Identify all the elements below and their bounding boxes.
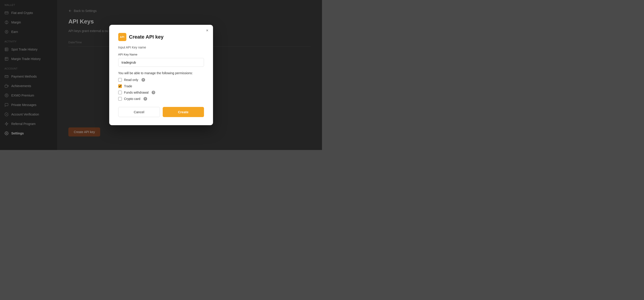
permissions-label: You will be able to manage the following… [118,71,204,75]
trade-label[interactable]: Trade [124,84,132,88]
modal-actions: Cancel Create [118,107,204,117]
modal-api-icon: API [118,33,126,41]
permission-read-only: Read only ? [118,78,204,82]
read-only-checkbox[interactable] [118,78,122,82]
modal-subtitle: Input API Key name [118,46,204,49]
trade-checkbox[interactable] [118,84,122,88]
funds-withdrawal-label[interactable]: Funds withdrawal [124,91,149,94]
modal-overlay: × API Create API key Input API Key name … [0,0,322,150]
modal-close-button[interactable]: × [206,28,208,32]
funds-withdrawal-checkbox[interactable] [118,91,122,94]
create-button[interactable]: Create [163,107,204,117]
permission-trade: Trade [118,84,204,88]
cancel-button[interactable]: Cancel [118,107,160,117]
read-only-label[interactable]: Read only [124,78,138,82]
funds-withdrawal-help-icon[interactable]: ? [152,91,155,94]
permission-funds-withdrawal: Funds withdrawal ? [118,91,204,94]
permission-crypto-card: Crypto card ? [118,97,204,100]
modal-title: Create API key [129,34,164,40]
crypto-card-help-icon[interactable]: ? [144,97,147,100]
crypto-card-label[interactable]: Crypto card [124,97,140,100]
create-api-key-modal: × API Create API key Input API Key name … [109,25,213,125]
crypto-card-checkbox[interactable] [118,97,122,100]
read-only-help-icon[interactable]: ? [142,78,145,82]
api-key-name-label: API Key Name [118,53,204,56]
modal-header: API Create API key [118,33,204,41]
api-key-name-input[interactable] [118,58,204,67]
